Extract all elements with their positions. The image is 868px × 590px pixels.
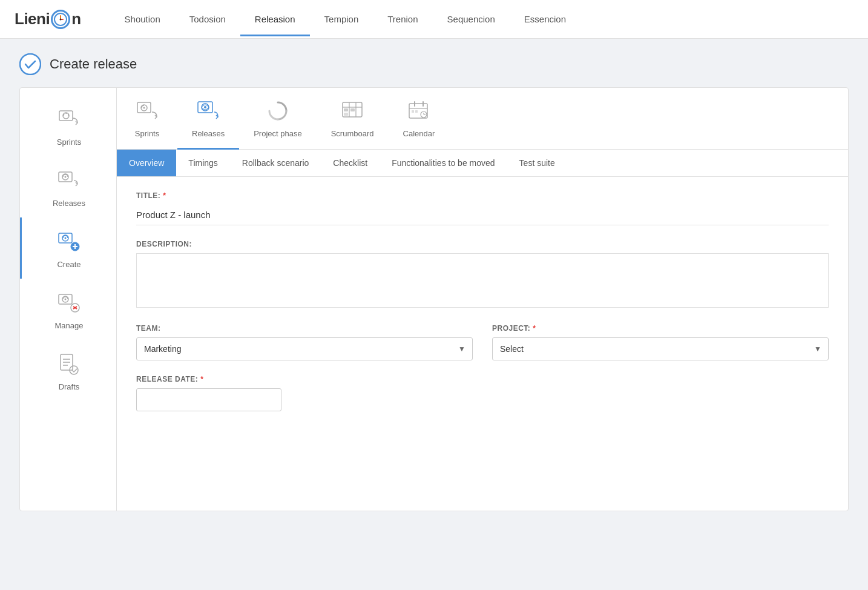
svg-point-9 bbox=[65, 176, 67, 178]
tab-releases-icon bbox=[195, 98, 222, 124]
sub-nav-test-suite[interactable]: Test suite bbox=[507, 150, 567, 176]
svg-rect-48 bbox=[415, 110, 418, 113]
release-date-input[interactable] bbox=[136, 388, 281, 411]
sub-nav-functionalities[interactable]: Functionalities to be moved bbox=[380, 150, 507, 176]
svg-point-32 bbox=[204, 106, 206, 108]
sidebar-item-releases[interactable]: Releases bbox=[20, 156, 116, 217]
nav-item-todosion[interactable]: Todosion bbox=[175, 2, 240, 36]
main-layout: Sprints Releases bbox=[19, 87, 849, 511]
nav-item-essencion[interactable]: Essencion bbox=[510, 2, 580, 36]
svg-rect-37 bbox=[344, 108, 348, 111]
svg-point-3 bbox=[60, 18, 62, 20]
sidebar-item-drafts-label: Drafts bbox=[59, 382, 80, 391]
sidebar-item-releases-label: Releases bbox=[53, 199, 85, 208]
nav-item-shoution[interactable]: Shoution bbox=[110, 2, 175, 36]
svg-point-18 bbox=[65, 299, 67, 300]
title-required: * bbox=[163, 191, 166, 200]
project-required: * bbox=[533, 324, 536, 333]
page-header: Create release bbox=[19, 53, 849, 75]
form-section-title: TITLE: * bbox=[136, 191, 829, 225]
tab-calendar-icon bbox=[406, 98, 432, 124]
releases-sidebar-icon bbox=[54, 166, 84, 195]
svg-rect-38 bbox=[350, 108, 355, 111]
svg-rect-39 bbox=[344, 113, 348, 116]
tab-releases-label: Releases bbox=[192, 129, 225, 138]
main-nav: Shoution Todosion Releasion Tempion Tren… bbox=[110, 2, 853, 36]
form-col-team: TEAM: Marketing Development Design QA ▼ bbox=[136, 324, 473, 360]
tab-calendar[interactable]: Calendar bbox=[389, 88, 450, 150]
sidebar-item-manage[interactable]: Manage bbox=[20, 279, 116, 340]
project-select-wrapper: Select Project A Project B ▼ bbox=[492, 337, 829, 360]
sub-nav-timings[interactable]: Timings bbox=[176, 150, 230, 176]
team-select-wrapper: Marketing Development Design QA ▼ bbox=[136, 337, 473, 360]
form-area: TITLE: * DESCRIPTION: TEAM: bbox=[117, 177, 848, 440]
page: Create release Sprints bbox=[0, 39, 868, 526]
form-section-release-date: RELEASE DATE: * bbox=[136, 375, 829, 411]
logo-icon bbox=[51, 10, 70, 29]
page-title: Create release bbox=[50, 56, 137, 72]
tab-sprints-label: Sprints bbox=[135, 129, 159, 138]
title-label: TITLE: * bbox=[136, 191, 829, 200]
form-row-team-project: TEAM: Marketing Development Design QA ▼ bbox=[136, 324, 829, 360]
tab-calendar-label: Calendar bbox=[403, 129, 435, 138]
create-release-icon bbox=[19, 53, 41, 75]
release-date-label: RELEASE DATE: * bbox=[136, 375, 829, 383]
tab-project-phase[interactable]: Project phase bbox=[239, 88, 317, 150]
nav-item-sequencion[interactable]: Sequencion bbox=[433, 2, 510, 36]
team-label: TEAM: bbox=[136, 324, 473, 333]
tab-project-phase-label: Project phase bbox=[254, 129, 302, 138]
sprints-icon bbox=[54, 105, 84, 134]
sidebar-item-manage-label: Manage bbox=[55, 321, 84, 330]
tab-sprints[interactable]: Sprints bbox=[117, 88, 177, 150]
svg-point-29 bbox=[143, 107, 145, 109]
sub-nav-checklist[interactable]: Checklist bbox=[321, 150, 380, 176]
form-col-project: PROJECT: * Select Project A Project B ▼ bbox=[492, 324, 829, 360]
drafts-icon bbox=[54, 350, 84, 379]
sub-nav: Overview Timings Rollback scenario Check… bbox=[117, 150, 848, 177]
sidebar-item-sprints[interactable]: Sprints bbox=[20, 95, 116, 156]
tab-scrumboard-icon bbox=[339, 98, 366, 124]
release-date-required: * bbox=[200, 375, 203, 383]
sub-nav-rollback[interactable]: Rollback scenario bbox=[230, 150, 321, 176]
nav-item-releasion[interactable]: Releasion bbox=[240, 2, 310, 36]
svg-point-4 bbox=[20, 54, 41, 75]
manage-icon bbox=[54, 288, 84, 317]
sidebar-item-drafts[interactable]: Drafts bbox=[20, 340, 116, 401]
svg-point-12 bbox=[65, 237, 67, 239]
logo-text-before: Lieni bbox=[15, 10, 50, 28]
logo-text-after: n bbox=[71, 10, 81, 28]
project-select[interactable]: Select Project A Project B bbox=[492, 337, 829, 360]
tab-releases[interactable]: Releases bbox=[177, 88, 239, 150]
description-textarea[interactable] bbox=[136, 253, 829, 308]
logo: Lieni n bbox=[15, 10, 81, 29]
tab-scrumboard[interactable]: Scrumboard bbox=[317, 88, 389, 150]
sidebar-item-create[interactable]: Create bbox=[20, 217, 116, 279]
project-label: PROJECT: * bbox=[492, 324, 829, 333]
content-area: Sprints Releases bbox=[117, 88, 848, 511]
team-select[interactable]: Marketing Development Design QA bbox=[136, 337, 473, 360]
nav-item-tempion[interactable]: Tempion bbox=[310, 2, 373, 36]
tab-scrumboard-label: Scrumboard bbox=[331, 129, 374, 138]
description-label: DESCRIPTION: bbox=[136, 240, 829, 248]
sidebar-item-sprints-label: Sprints bbox=[57, 138, 81, 147]
sidebar: Sprints Releases bbox=[20, 88, 117, 511]
create-icon bbox=[54, 227, 84, 256]
sidebar-item-create-label: Create bbox=[57, 260, 81, 269]
svg-rect-47 bbox=[412, 110, 414, 113]
title-input[interactable] bbox=[136, 205, 829, 225]
header: Lieni n Shoution Todosion Releasion Temp… bbox=[0, 0, 868, 39]
tab-project-phase-icon bbox=[265, 98, 291, 124]
tab-sprints-icon bbox=[134, 98, 160, 124]
nav-item-trenion[interactable]: Trenion bbox=[373, 2, 432, 36]
top-tabs: Sprints Releases bbox=[117, 88, 848, 150]
sub-nav-overview[interactable]: Overview bbox=[117, 150, 176, 176]
form-section-description: DESCRIPTION: bbox=[136, 240, 829, 310]
